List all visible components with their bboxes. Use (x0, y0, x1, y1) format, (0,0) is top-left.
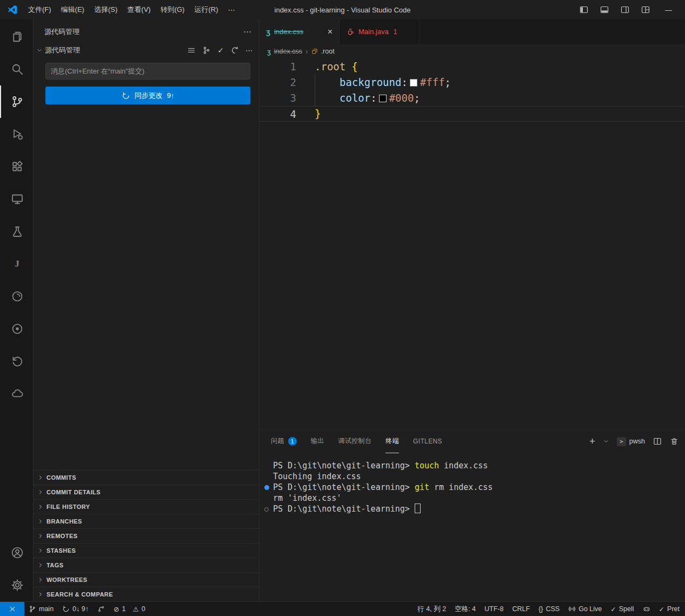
sidebar-item-commits[interactable]: COMMITS (34, 470, 259, 485)
sync-icon (62, 605, 70, 613)
commit-message-input[interactable] (45, 63, 250, 80)
cursor-position-item[interactable]: 行 4, 列 2 (413, 602, 450, 616)
split-terminal-icon[interactable] (653, 437, 662, 446)
code-line-1: 1 .root{ (260, 59, 685, 75)
terminal-output[interactable]: PS D:\git\note\git-learning> touch index… (260, 453, 685, 514)
activitybar-item-account[interactable] (0, 536, 33, 569)
code-area[interactable]: 1 .root{ 2 background:#fff; 3 color:#000… (260, 59, 685, 122)
sidebar-item-search-compare[interactable]: SEARCH & COMPARE (34, 587, 259, 601)
sidebar-item-stashes[interactable]: STASHES (34, 543, 259, 558)
activitybar-item-extensions[interactable] (0, 150, 33, 183)
menu-selection[interactable]: 选择(S) (89, 2, 122, 17)
tab-label: Main.java (358, 28, 389, 36)
menu-overflow-icon[interactable]: ⋯ (223, 3, 240, 17)
css-property: color (340, 90, 370, 106)
activitybar-item-search[interactable] (0, 53, 33, 85)
menu-go[interactable]: 转到(G) (156, 2, 190, 17)
warning-icon: ⚠ (132, 605, 138, 613)
activitybar-item-java[interactable]: J (0, 248, 33, 280)
new-terminal-icon[interactable]: + (589, 436, 595, 447)
tab-index-css[interactable]: ʒ index.css × (260, 19, 340, 44)
breadcrumb-symbol[interactable]: .root (321, 48, 335, 55)
semicolon: ; (445, 75, 451, 90)
activitybar-item-gitlens[interactable] (0, 345, 33, 377)
line-number: 2 (260, 75, 296, 90)
panel-tab-output[interactable]: 输出 (311, 429, 324, 453)
activitybar-item-cloud[interactable] (0, 377, 33, 410)
menu-file[interactable]: 文件(F) (23, 2, 56, 17)
kill-terminal-trash-icon[interactable] (670, 437, 679, 446)
target-icon (11, 322, 24, 335)
activitybar-item-source-control[interactable] (0, 85, 33, 118)
scm-section-row[interactable]: 源代码管理 ✓ ⋯ (34, 43, 259, 57)
activitybar-item-gradle[interactable] (0, 280, 33, 313)
sync-status-item[interactable]: 0↓ 9↑ (58, 602, 93, 616)
panel-tab-label: 输出 (311, 436, 324, 446)
commit-graph-icon[interactable] (202, 46, 211, 55)
activitybar-item-explorer[interactable] (0, 21, 33, 53)
command-decoration-success-icon[interactable] (264, 485, 269, 490)
chevron-down-icon[interactable] (603, 439, 609, 444)
go-live-item[interactable]: Go Live (564, 602, 606, 616)
branch-status-item[interactable]: main (24, 602, 58, 616)
command-decoration-pending-icon[interactable] (264, 507, 269, 512)
indentation-item[interactable]: 空格: 4 (450, 602, 480, 616)
color-swatch-white[interactable] (410, 79, 417, 87)
encoding-item[interactable]: UTF-8 (480, 602, 508, 616)
scm-more-icon[interactable]: ⋯ (245, 47, 252, 55)
panel-tab-problems[interactable]: 问题 1 (271, 429, 297, 453)
language-mode-item[interactable]: {} CSS (534, 602, 564, 616)
spell-checker-item[interactable]: ✓ Spell (606, 602, 638, 616)
color-swatch-black[interactable] (379, 95, 387, 102)
sidebar-item-worktrees[interactable]: WORKTREES (34, 572, 259, 587)
css-value: #000 (389, 90, 414, 106)
terminal-profile[interactable]: > pwsh (617, 437, 645, 446)
problems-status-item[interactable]: ⊘ 1 ⚠ 0 (109, 602, 150, 616)
sidebar-item-file-history[interactable]: FILE HISTORY (34, 499, 259, 514)
colon: : (370, 90, 376, 106)
refresh-icon[interactable] (230, 46, 239, 55)
sidebar-item-branches[interactable]: BRANCHES (34, 514, 259, 528)
activitybar-item-settings[interactable] (0, 569, 33, 601)
activitybar-item-target[interactable] (0, 313, 33, 345)
menu-view[interactable]: 查看(V) (122, 2, 155, 17)
tab-main-java[interactable]: Main.java 1 (340, 19, 420, 44)
sidebar-more-icon[interactable]: ⋯ (243, 27, 251, 37)
panel-tab-terminal[interactable]: 终端 (385, 429, 399, 453)
command-text: git (415, 482, 429, 492)
toggle-sidebar-icon[interactable] (580, 5, 588, 14)
copilot-item[interactable] (639, 602, 655, 616)
chevron-right-icon (37, 562, 44, 568)
activitybar-item-testing[interactable] (0, 215, 33, 248)
sidebar-item-remotes[interactable]: REMOTES (34, 528, 259, 543)
close-icon[interactable]: × (325, 27, 335, 37)
output-text: Touching index.css (273, 472, 361, 481)
activitybar-item-remote-explorer[interactable] (0, 183, 33, 215)
section-label: STASHES (46, 547, 76, 554)
activitybar-item-run-debug[interactable] (0, 118, 33, 150)
sidebar-item-tags[interactable]: TAGS (34, 558, 259, 572)
tab-label: index.css (274, 28, 303, 36)
toggle-secondary-sidebar-icon[interactable] (621, 5, 629, 14)
panel-tab-gitlens[interactable]: GITLENS (413, 429, 442, 453)
remote-indicator[interactable] (0, 602, 24, 616)
menu-run[interactable]: 运行(R) (189, 2, 223, 17)
section-label: REMOTES (46, 533, 77, 539)
breadcrumb-file[interactable]: index.css (274, 48, 302, 55)
panel-tab-debug-console[interactable]: 调试控制台 (338, 429, 371, 453)
panel-tabbar: 问题 1 输出 调试控制台 终端 GITLENS + > pwsh (260, 429, 685, 453)
run-debug-icon (11, 128, 24, 141)
customize-layout-icon[interactable] (641, 5, 650, 14)
minimize-button[interactable]: — (662, 6, 675, 14)
prettier-text: Pret (667, 605, 680, 613)
eol-item[interactable]: CRLF (508, 602, 534, 616)
toggle-panel-icon[interactable] (600, 5, 609, 14)
menu-edit[interactable]: 编辑(E) (56, 2, 89, 17)
source-control-graph-item[interactable] (93, 602, 109, 616)
view-as-list-icon[interactable] (187, 46, 196, 55)
commit-check-icon[interactable]: ✓ (217, 46, 224, 55)
terminal-line: PS D:\git\note\git-learning> git rm inde… (273, 482, 685, 493)
sync-changes-button[interactable]: 同步更改 9↑ (45, 87, 250, 104)
sidebar-item-commit-details[interactable]: COMMIT DETAILS (34, 485, 259, 499)
prettier-item[interactable]: ✓ Pret (655, 602, 684, 616)
